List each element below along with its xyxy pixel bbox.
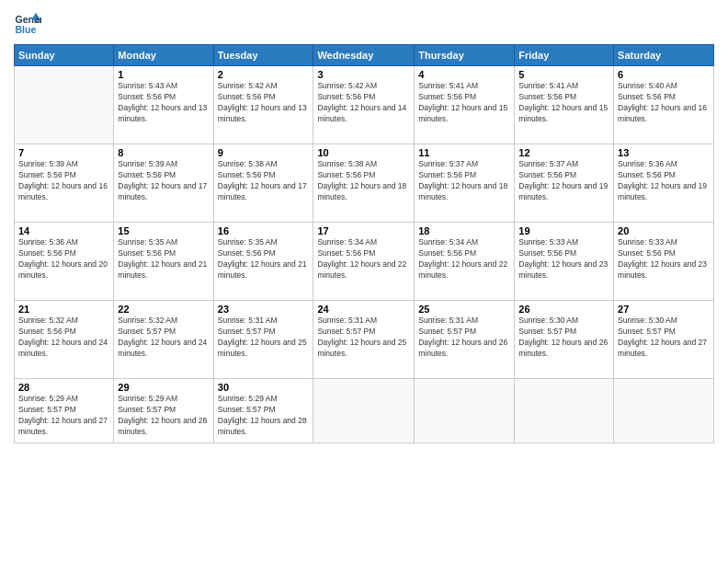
calendar-cell: 12Sunrise: 5:37 AMSunset: 5:56 PMDayligh… — [515, 144, 614, 223]
calendar-week-row: 28Sunrise: 5:29 AMSunset: 5:57 PMDayligh… — [15, 379, 714, 443]
calendar-cell: 30Sunrise: 5:29 AMSunset: 5:57 PMDayligh… — [213, 379, 313, 443]
day-number: 7 — [18, 147, 109, 158]
weekday-header-wednesday: Wednesday — [313, 45, 415, 66]
day-number: 13 — [618, 147, 710, 158]
day-info: Sunrise: 5:35 AMSunset: 5:56 PMDaylight:… — [118, 237, 209, 282]
day-number: 6 — [618, 69, 710, 80]
calendar-cell: 23Sunrise: 5:31 AMSunset: 5:57 PMDayligh… — [213, 301, 313, 379]
day-info: Sunrise: 5:41 AMSunset: 5:56 PMDaylight:… — [518, 81, 609, 125]
day-number: 2 — [218, 69, 310, 80]
day-info: Sunrise: 5:38 AMSunset: 5:56 PMDaylight:… — [317, 159, 410, 203]
calendar-cell — [313, 379, 415, 443]
day-number: 9 — [218, 147, 310, 158]
calendar-cell: 13Sunrise: 5:36 AMSunset: 5:56 PMDayligh… — [614, 144, 714, 223]
calendar-cell: 27Sunrise: 5:30 AMSunset: 5:57 PMDayligh… — [614, 301, 714, 379]
day-number: 5 — [518, 69, 609, 80]
day-number: 27 — [618, 304, 710, 315]
calendar-cell: 7Sunrise: 5:39 AMSunset: 5:56 PMDaylight… — [15, 144, 114, 223]
calendar-cell: 6Sunrise: 5:40 AMSunset: 5:56 PMDaylight… — [614, 66, 714, 144]
day-info: Sunrise: 5:37 AMSunset: 5:56 PMDaylight:… — [518, 159, 609, 203]
calendar-cell: 14Sunrise: 5:36 AMSunset: 5:56 PMDayligh… — [15, 223, 114, 301]
day-number: 15 — [118, 225, 209, 236]
calendar-cell: 15Sunrise: 5:35 AMSunset: 5:56 PMDayligh… — [114, 223, 213, 301]
calendar-cell: 2Sunrise: 5:42 AMSunset: 5:56 PMDaylight… — [213, 66, 313, 144]
weekday-header-thursday: Thursday — [415, 45, 515, 66]
calendar-cell: 1Sunrise: 5:43 AMSunset: 5:56 PMDaylight… — [114, 66, 213, 144]
day-info: Sunrise: 5:31 AMSunset: 5:57 PMDaylight:… — [218, 316, 310, 360]
logo: General Blue — [14, 9, 45, 37]
day-info: Sunrise: 5:34 AMSunset: 5:56 PMDaylight:… — [317, 237, 410, 282]
day-number: 26 — [518, 304, 609, 315]
calendar-week-row: 7Sunrise: 5:39 AMSunset: 5:56 PMDaylight… — [15, 144, 714, 223]
day-number: 16 — [218, 225, 310, 236]
weekday-header-saturday: Saturday — [614, 45, 714, 66]
calendar-cell — [614, 379, 714, 443]
day-info: Sunrise: 5:42 AMSunset: 5:56 PMDaylight:… — [218, 81, 310, 125]
day-number: 22 — [118, 304, 209, 315]
calendar-cell: 16Sunrise: 5:35 AMSunset: 5:56 PMDayligh… — [213, 223, 313, 301]
day-info: Sunrise: 5:29 AMSunset: 5:57 PMDaylight:… — [218, 394, 310, 438]
day-info: Sunrise: 5:38 AMSunset: 5:56 PMDaylight:… — [218, 159, 310, 203]
day-info: Sunrise: 5:43 AMSunset: 5:56 PMDaylight:… — [118, 81, 209, 125]
day-info: Sunrise: 5:30 AMSunset: 5:57 PMDaylight:… — [518, 316, 609, 360]
calendar-cell: 10Sunrise: 5:38 AMSunset: 5:56 PMDayligh… — [313, 144, 415, 223]
day-number: 12 — [518, 147, 609, 158]
calendar-cell — [15, 66, 114, 144]
calendar-week-row: 1Sunrise: 5:43 AMSunset: 5:56 PMDaylight… — [15, 66, 714, 144]
calendar-cell: 26Sunrise: 5:30 AMSunset: 5:57 PMDayligh… — [515, 301, 614, 379]
calendar-cell: 19Sunrise: 5:33 AMSunset: 5:56 PMDayligh… — [515, 223, 614, 301]
day-info: Sunrise: 5:36 AMSunset: 5:56 PMDaylight:… — [18, 237, 109, 282]
day-number: 1 — [118, 69, 209, 80]
calendar-cell: 8Sunrise: 5:39 AMSunset: 5:56 PMDaylight… — [114, 144, 213, 223]
day-info: Sunrise: 5:32 AMSunset: 5:56 PMDaylight:… — [18, 316, 109, 360]
day-number: 4 — [418, 69, 510, 80]
header: General Blue — [14, 9, 714, 37]
day-number: 20 — [618, 225, 710, 236]
calendar-cell: 24Sunrise: 5:31 AMSunset: 5:57 PMDayligh… — [313, 301, 415, 379]
calendar-cell: 29Sunrise: 5:29 AMSunset: 5:57 PMDayligh… — [114, 379, 213, 443]
day-number: 18 — [418, 225, 510, 236]
weekday-header-sunday: Sunday — [15, 45, 114, 66]
day-info: Sunrise: 5:33 AMSunset: 5:56 PMDaylight:… — [618, 237, 710, 282]
day-number: 25 — [418, 304, 510, 315]
weekday-header-monday: Monday — [114, 45, 213, 66]
calendar-cell: 11Sunrise: 5:37 AMSunset: 5:56 PMDayligh… — [415, 144, 515, 223]
day-info: Sunrise: 5:36 AMSunset: 5:56 PMDaylight:… — [618, 159, 710, 203]
calendar-cell: 25Sunrise: 5:31 AMSunset: 5:57 PMDayligh… — [415, 301, 515, 379]
day-info: Sunrise: 5:40 AMSunset: 5:56 PMDaylight:… — [618, 81, 710, 125]
calendar-week-row: 21Sunrise: 5:32 AMSunset: 5:56 PMDayligh… — [15, 301, 714, 379]
calendar-cell: 4Sunrise: 5:41 AMSunset: 5:56 PMDaylight… — [415, 66, 515, 144]
page: General Blue SundayMondayTuesdayWednesda… — [0, 0, 728, 563]
calendar-cell: 18Sunrise: 5:34 AMSunset: 5:56 PMDayligh… — [415, 223, 515, 301]
day-info: Sunrise: 5:29 AMSunset: 5:57 PMDaylight:… — [118, 394, 209, 438]
calendar-cell: 21Sunrise: 5:32 AMSunset: 5:56 PMDayligh… — [15, 301, 114, 379]
day-number: 8 — [118, 147, 209, 158]
calendar-cell — [515, 379, 614, 443]
day-info: Sunrise: 5:34 AMSunset: 5:56 PMDaylight:… — [418, 237, 510, 282]
day-info: Sunrise: 5:32 AMSunset: 5:57 PMDaylight:… — [118, 316, 209, 360]
day-number: 14 — [18, 225, 109, 236]
day-info: Sunrise: 5:42 AMSunset: 5:56 PMDaylight:… — [317, 81, 410, 125]
day-number: 10 — [317, 147, 410, 158]
day-number: 21 — [18, 304, 109, 315]
day-info: Sunrise: 5:31 AMSunset: 5:57 PMDaylight:… — [317, 316, 410, 360]
calendar-cell: 3Sunrise: 5:42 AMSunset: 5:56 PMDaylight… — [313, 66, 415, 144]
weekday-header-tuesday: Tuesday — [213, 45, 313, 66]
calendar-table: SundayMondayTuesdayWednesdayThursdayFrid… — [14, 44, 714, 443]
weekday-header-row: SundayMondayTuesdayWednesdayThursdayFrid… — [15, 45, 714, 66]
calendar-week-row: 14Sunrise: 5:36 AMSunset: 5:56 PMDayligh… — [15, 223, 714, 301]
calendar-cell: 22Sunrise: 5:32 AMSunset: 5:57 PMDayligh… — [114, 301, 213, 379]
svg-text:Blue: Blue — [16, 24, 37, 35]
day-number: 19 — [518, 225, 609, 236]
day-info: Sunrise: 5:39 AMSunset: 5:56 PMDaylight:… — [18, 159, 109, 203]
day-number: 29 — [118, 382, 209, 393]
day-info: Sunrise: 5:31 AMSunset: 5:57 PMDaylight:… — [418, 316, 510, 360]
day-number: 11 — [418, 147, 510, 158]
day-info: Sunrise: 5:33 AMSunset: 5:56 PMDaylight:… — [518, 237, 609, 282]
day-number: 17 — [317, 225, 410, 236]
day-info: Sunrise: 5:37 AMSunset: 5:56 PMDaylight:… — [418, 159, 510, 203]
day-number: 24 — [317, 304, 410, 315]
calendar-cell — [415, 379, 515, 443]
day-number: 3 — [317, 69, 410, 80]
day-number: 30 — [218, 382, 310, 393]
